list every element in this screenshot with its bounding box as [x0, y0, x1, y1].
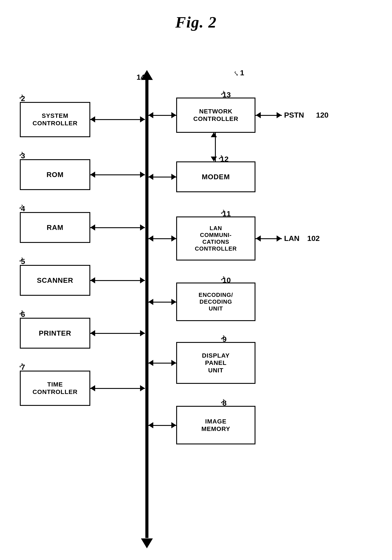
v-arrow-down-13-12 — [211, 157, 217, 161]
arrow-right-4b — [140, 224, 145, 230]
arrow-left-5a — [90, 277, 95, 283]
ref-120: 120 — [316, 111, 329, 119]
bus-arrow-up — [141, 70, 153, 80]
box-network-controller: NETWORKCONTROLLER — [176, 98, 255, 133]
curve-6: ⤦ — [19, 309, 24, 316]
box-display: DISPLAYPANELUNIT — [176, 342, 255, 384]
diagram: ⤥ 1 14 SYSTEMCONTROLLER 2 ⤦ ROM 3 ⤦ RAM … — [0, 36, 392, 553]
box-modem: MODEM — [176, 161, 255, 192]
arrow-left-6a — [90, 330, 95, 336]
arrow-left-8a — [148, 422, 153, 428]
hline-6 — [90, 333, 145, 334]
bus-line — [145, 80, 148, 538]
arrow-pstn-left — [256, 112, 261, 118]
arrow-right-3b — [140, 171, 145, 178]
arrow-right-11b — [171, 235, 176, 241]
arrow-left-11a — [148, 235, 153, 241]
curve-12: ⤦ — [218, 154, 223, 161]
box-printer: PRINTER — [20, 318, 90, 349]
curve-11: ⤦ — [220, 208, 225, 216]
box-rom: ROM — [20, 159, 90, 190]
hline-5 — [90, 280, 145, 281]
hline-2 — [90, 119, 145, 120]
arrow-left-7a — [90, 385, 95, 391]
box-lan-controller: LANCOMMUNI-CATIONSCONTROLLER — [176, 217, 255, 260]
arrow-right-10b — [171, 299, 176, 305]
ref-102: 102 — [307, 234, 320, 243]
page-title: Fig. 2 — [0, 0, 392, 31]
bus-arrow-down — [141, 539, 153, 548]
arrow-right-6b — [140, 330, 145, 336]
hline-7 — [90, 388, 145, 389]
curve-5: ⤦ — [19, 256, 24, 263]
arrow-right-7b — [140, 385, 145, 391]
arrow-left-9a — [148, 360, 153, 366]
curve-7: ⤦ — [19, 362, 24, 369]
arrow-right-9b — [171, 360, 176, 366]
curve-8: ⤦ — [220, 398, 225, 405]
arrow-left-12a — [148, 174, 153, 180]
box-scanner: SCANNER — [20, 265, 90, 296]
hline-3 — [90, 174, 145, 175]
arrow-right-2b — [140, 116, 145, 122]
box-ram: RAM — [20, 212, 90, 243]
curve-2: ⤦ — [19, 93, 24, 100]
box-system-controller: SYSTEMCONTROLLER — [20, 102, 90, 137]
arrow-left-2a — [90, 116, 95, 122]
box-time-controller: TIMECONTROLLER — [20, 371, 90, 406]
arrow-right-5b — [140, 277, 145, 283]
hline-4 — [90, 227, 145, 228]
arrow-left-3a — [90, 171, 95, 178]
curve-4: ⤦ — [19, 203, 24, 210]
curve-3: ⤦ — [19, 150, 24, 158]
curve-10: ⤦ — [220, 275, 225, 282]
arrow-left-13a — [148, 112, 153, 118]
arrow-pstn-right — [277, 112, 281, 118]
arrow-left-10a — [148, 299, 153, 305]
arrow-right-8b — [171, 422, 176, 428]
box-encoding: ENCODING/DECODINGUNIT — [176, 282, 255, 321]
box-image-memory: IMAGEMEMORY — [176, 406, 255, 444]
arrow-left-4a — [90, 224, 95, 230]
arrow-lan-left — [256, 235, 261, 241]
label-lan: LAN — [284, 234, 300, 243]
curve-9: ⤦ — [220, 334, 225, 341]
curve-13: ⤦ — [220, 90, 225, 97]
label-pstn: PSTN — [284, 111, 304, 119]
arrow-lan-right — [277, 235, 281, 241]
curve-mark-1: ⤥ — [233, 70, 239, 77]
ref-1: 1 — [240, 69, 244, 77]
v-arrow-up-13-12 — [211, 132, 217, 137]
arrow-right-12b — [171, 174, 176, 180]
arrow-right-13b — [171, 112, 176, 118]
